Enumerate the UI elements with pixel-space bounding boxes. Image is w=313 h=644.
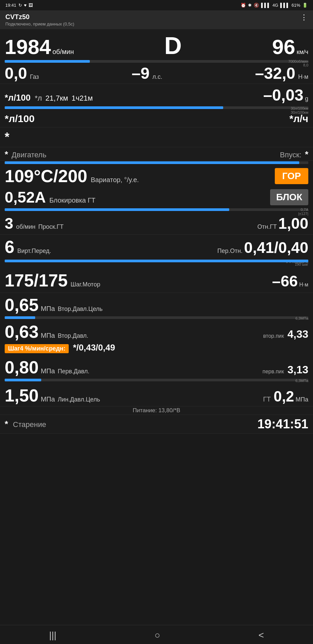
menu-button[interactable]: ⋮ <box>300 13 308 22</box>
gear-bar-label2: 190 шаг <box>295 262 308 266</box>
speed-value: 96 <box>272 35 295 58</box>
nav-home-button[interactable]: ○ <box>154 630 160 641</box>
nav-back-button[interactable]: ||| <box>49 630 56 641</box>
gt-val: 0,2 <box>273 388 294 405</box>
davl-perv-right: перв.пик 3,13 <box>262 364 308 376</box>
main-content: 1984 об/мин D 96 км/ч 7000об/мин 8,0 0,0… <box>0 29 313 434</box>
gear-value: D <box>164 32 182 59</box>
ratio-val: 1,00 <box>278 215 308 232</box>
status-signal: ▌▌▌ <box>261 3 270 8</box>
lin-label: Лин.Давл.Цель <box>58 396 100 403</box>
status-bar: 19:41 ↻ ♥ 🖼 ⏰ ✱ 🔇 ▌▌▌ 4G ▌▌▌ 61% 🔋 <box>0 0 313 10</box>
row-slip: 3 об/мин Проск.ГТ Отн.ГТ 1,00 <box>0 212 313 235</box>
blocking-bar-bg <box>5 208 308 211</box>
starenie-label: Старение <box>13 420 46 429</box>
davl-cel-unit: МПа <box>41 305 55 312</box>
status-left: 19:41 ↻ ♥ 🖼 <box>5 3 33 8</box>
star-value: * <box>5 130 9 144</box>
row-step: 175/175 Шаг.Мотор –66 Н·м <box>0 268 313 293</box>
davl-perv-bar-label: 6,3МПа <box>296 379 308 383</box>
app-title: CVTz50 <box>5 13 74 21</box>
starenie-star: * <box>5 419 8 429</box>
blocking-val: 0,52А <box>5 189 46 206</box>
davl-perv-unit: МПа <box>41 367 55 375</box>
variator-left: 109°С/200 Вариатор, °/у.е. <box>5 167 139 185</box>
power-group: –9 л.с. <box>132 65 162 82</box>
variator-bar-container: 120°С <box>0 161 313 165</box>
gear2-label: Вирт.Перед. <box>17 248 51 254</box>
davl-cel-left: 0,65 МПа Втор.Давл.Цель <box>5 295 103 315</box>
fuel-bar-bg <box>5 106 308 109</box>
step-val: 175/175 <box>5 271 68 290</box>
variator-temp: 109°С/200 <box>5 166 87 186</box>
slip-val: 3 <box>5 215 13 232</box>
fuel-left-group: *л/100 *л 21,7км 1ч21м <box>5 93 93 103</box>
engine-left: * Двигатель <box>5 149 46 160</box>
davl-perv-bar-fill <box>5 379 41 381</box>
fuel-bar-fill <box>5 106 223 109</box>
engine-star: * <box>5 149 8 159</box>
nav-bar: ||| ○ < <box>0 625 313 644</box>
fuel-star1: *л/100 <box>5 93 30 103</box>
davl-vtor-unit: МПа <box>41 332 55 339</box>
row-lin: 1,50 МПа Лин.Давл.Цель ГТ 0,2 МПа <box>0 383 313 407</box>
row-rpm-speed: 1984 об/мин D 96 км/ч <box>0 29 313 59</box>
row-fuel: *л/100 *л 21,7км 1ч21м –0,03 g <box>0 84 313 105</box>
davl-perv-peak-val: 3,13 <box>288 364 308 376</box>
pitanie-text: Питание: 13,80/*В <box>133 407 180 414</box>
davl-perv-left: 0,80 МПа Перв.Давл. <box>5 357 89 377</box>
nav-recent-button[interactable]: < <box>258 630 264 641</box>
variator-bar-bg <box>5 161 308 164</box>
davl-vtor-right: втор.пик 4,33 <box>263 328 308 340</box>
status-signal2: ▌▌▌ <box>280 3 290 8</box>
row-davl-perv: 0,80 МПа Перв.Давл. перв.пик 3,13 <box>0 355 313 379</box>
davl-perv-bar-wrap: 6,3МПа <box>0 379 313 382</box>
ratio-label: Отн.ГТ <box>257 223 277 230</box>
per-otn-val: 0,41/0,40 <box>244 239 308 256</box>
fuel-right-group: –0,03 g <box>263 86 308 104</box>
gt-unit: МПа <box>296 396 308 403</box>
blok-button[interactable]: БЛОК <box>270 189 308 205</box>
row-pitanie: Питание: 13,80/*В <box>0 407 313 415</box>
vpusk-label: Впуск: <box>280 151 301 159</box>
row-gear2: 6 Вирт.Перед. Пер.Отн. 0,41/0,40 <box>0 235 313 258</box>
status-icon-alarm: ⏰ <box>241 3 246 8</box>
speed-group: 96 км/ч <box>272 37 308 57</box>
torque-group: –32,0 Н·м <box>255 65 308 82</box>
davl-cel-bar-label: 6,3МПа <box>296 316 308 320</box>
gas-label: Газ <box>30 73 39 80</box>
row-davl-cel: 0,65 МПа Втор.Давл.Цель <box>0 293 313 316</box>
blocking-label: Блокировка ГТ <box>49 197 96 204</box>
slip-unit: об/мин <box>16 223 36 230</box>
blocking-bar-label1: 0,7А <box>301 208 308 212</box>
step-label: Шаг.Мотор <box>70 281 100 288</box>
davl-cel-val: 0,65 <box>5 295 39 315</box>
slip-left: 3 об/мин Проск.ГТ <box>5 214 64 232</box>
row-lper100: *л/100 *л/ч <box>0 110 313 127</box>
gas-value: 0,0 <box>5 64 27 82</box>
fuel-star2: *л <box>35 94 42 102</box>
per-otn-label: Пер.Отн. <box>217 248 243 254</box>
shag-val: */0,43/0,49 <box>73 342 115 353</box>
fuel-bar-label1: 30л/100км <box>291 106 308 110</box>
torque-value: –32,0 <box>255 64 295 82</box>
row-star: * <box>0 127 313 147</box>
rpm-unit: об/мин <box>52 48 74 55</box>
engine-label: Двигатель <box>12 151 47 159</box>
gear-bar-wrap: 6-я передача 190 шаг <box>0 258 313 268</box>
shag-row: Шаг4 %/мин/средн: */0,43/0,49 <box>0 342 313 355</box>
gear-group: D <box>164 32 182 59</box>
app-header: CVTz50 Подключено, прием данных (0,5с) ⋮ <box>0 10 313 29</box>
variator-bar-fill <box>5 161 299 164</box>
fuel-right-unit: g <box>305 95 308 102</box>
status-battery-icon: 🔋 <box>302 3 308 8</box>
blocking-bar-fill <box>5 208 229 211</box>
status-icon-mute: 🔇 <box>254 3 259 8</box>
status-icon-image: 🖼 <box>28 3 33 8</box>
gor-button[interactable]: ГОР <box>275 168 308 184</box>
step-torque-unit: Н·м <box>299 282 308 287</box>
rpm-group: 1984 об/мин <box>5 37 74 57</box>
row-gas-power-torque: 0,0 Газ –9 л.с. –32,0 Н·м <box>0 63 313 84</box>
lper100-left: *л/100 <box>5 113 35 124</box>
davl-vtor-label: Втор.Давл. <box>58 332 88 339</box>
